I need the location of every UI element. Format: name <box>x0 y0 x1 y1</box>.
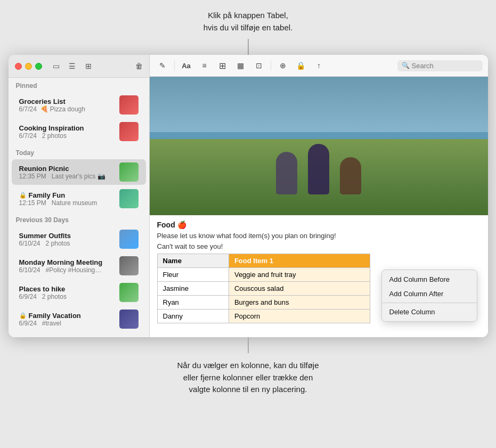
media-button[interactable]: ⊡ <box>251 58 266 73</box>
lock-icon-family-fun: 🔒 <box>19 192 27 199</box>
note-body-line1: Please let us know what food item(s) you… <box>157 231 481 241</box>
table-row: Ryan Burgers and buns <box>157 296 370 309</box>
today-section-label: Today <box>9 145 149 159</box>
sidebar-item-summer[interactable]: Summer Outfits 6/10/24 2 photos <box>12 226 146 252</box>
note-table: Name Food Item 1 Fleur Veggie and fruit … <box>157 254 370 323</box>
context-delete-column[interactable]: Delete Column <box>382 305 477 319</box>
context-menu-separator <box>382 303 477 303</box>
table-row: Fleur Veggie and fruit tray <box>157 268 370 282</box>
pinned-section-label: Pinned <box>9 78 149 92</box>
annotation-top: Klik på knappen Tabel, hvis du vil tilfø… <box>0 0 496 39</box>
context-add-column-after[interactable]: Add Column After <box>382 287 477 301</box>
groceries-thumb <box>119 95 139 115</box>
cooking-thumb <box>119 122 139 141</box>
previous-section-label: Previous 30 Days <box>9 212 149 226</box>
annotation-bottom: Når du vælger en kolonne, kan du tilføje… <box>0 353 496 396</box>
table-button[interactable]: ⊞ <box>215 58 230 73</box>
list-view-icon[interactable]: ☰ <box>67 60 78 72</box>
cooking-title: Cooking Inspiration <box>19 124 116 132</box>
groceries-subtitle: 6/7/24 🍕 Pizza dough <box>19 105 116 113</box>
family-fun-title: 🔒 Family Fun <box>19 191 116 199</box>
hike-thumb <box>119 283 139 302</box>
sidebar-item-meeting[interactable]: Monday Morning Meeting 6/10/24 #Policy #… <box>12 253 146 279</box>
context-add-column-before[interactable]: Add Column Before <box>382 272 477 287</box>
main-content: ✎ Aa ≡ ⊞ ▦ ⊡ ⊕ 🔒 ↑ 🔍 <box>150 55 488 337</box>
summer-subtitle: 6/10/24 2 photos <box>19 240 116 247</box>
meeting-thumb <box>119 256 139 275</box>
person-3 <box>340 157 361 194</box>
sidebar-titlebar: ▭ ☰ ⊞ 🗑 <box>9 55 149 78</box>
separator-1 <box>174 60 175 71</box>
reunion-thumb <box>119 162 139 182</box>
photo-people <box>276 144 361 194</box>
callout-line-top <box>248 39 249 55</box>
meeting-subtitle: 6/10/24 #Policy #Housing… <box>19 266 116 274</box>
note-title: Food 🍎 <box>157 221 481 229</box>
cell-ryan-name[interactable]: Ryan <box>157 296 229 309</box>
table-header-food[interactable]: Food Item 1 <box>229 254 370 268</box>
family-fun-thumb <box>119 189 139 208</box>
share-button[interactable]: ↑ <box>312 58 327 73</box>
cooking-subtitle: 6/7/24 2 photos <box>19 132 116 140</box>
search-input[interactable] <box>412 62 476 70</box>
note-photo <box>150 77 488 215</box>
family-fun-subtitle: 12:15 PM Nature museum <box>19 199 116 207</box>
cell-danny-food[interactable]: Popcorn <box>229 309 370 323</box>
cell-fleur-food[interactable]: Veggie and fruit tray <box>229 268 370 282</box>
groceries-title: Groceries List <box>19 97 116 105</box>
vacation-subtitle: 6/9/24 #travel <box>19 320 116 327</box>
reunion-subtitle: 12:35 PM Last year's pics 📷 <box>19 173 116 180</box>
trash-icon[interactable]: 🗑 <box>135 62 143 70</box>
app-window: ▭ ☰ ⊞ 🗑 Pinned Groceries List 6/7/24 🍕 P… <box>9 55 488 337</box>
hike-subtitle: 6/9/24 2 photos <box>19 293 116 300</box>
cell-danny-name[interactable]: Danny <box>157 309 229 323</box>
format-button[interactable]: Aa <box>179 58 194 73</box>
note-text-area: Food 🍎 Please let us know what food item… <box>150 215 488 254</box>
lock-icon-vacation: 🔒 <box>19 312 27 319</box>
sidebar-item-cooking[interactable]: Cooking Inspiration 6/7/24 2 photos <box>12 119 146 144</box>
note-body: Food 🍎 Please let us know what food item… <box>150 77 488 337</box>
lock-button[interactable]: 🔒 <box>294 58 308 73</box>
minimize-button[interactable] <box>25 63 32 70</box>
close-button[interactable] <box>15 63 22 70</box>
hike-title: Places to hike <box>19 285 116 293</box>
search-box[interactable]: 🔍 <box>397 60 483 71</box>
note-body-line2: Can't wait to see you! <box>157 241 481 252</box>
cell-jasmine-name[interactable]: Jasmine <box>157 282 229 296</box>
sidebar-item-family-fun[interactable]: 🔒 Family Fun 12:15 PM Nature museum <box>12 186 146 211</box>
cell-jasmine-food[interactable]: Couscous salad <box>229 282 370 296</box>
sidebar-item-groceries[interactable]: Groceries List 6/7/24 🍕 Pizza dough <box>12 92 146 118</box>
maximize-button[interactable] <box>35 63 42 70</box>
search-icon: 🔍 <box>402 62 410 69</box>
sidebar-toggle-icon[interactable]: ▭ <box>51 60 62 72</box>
person-1 <box>276 152 297 194</box>
edit-button[interactable]: ✎ <box>155 58 170 73</box>
context-menu: Add Column Before Add Column After Delet… <box>381 270 477 322</box>
cell-ryan-food[interactable]: Burgers and buns <box>229 296 370 309</box>
collab-button[interactable]: ⊕ <box>275 58 290 73</box>
main-toolbar: ✎ Aa ≡ ⊞ ▦ ⊡ ⊕ 🔒 ↑ 🔍 <box>150 55 488 77</box>
table-row: Jasmine Couscous salad <box>157 282 370 296</box>
cell-fleur-name[interactable]: Fleur <box>157 268 229 282</box>
sidebar-item-reunion[interactable]: Reunion Picnic 12:35 PM Last year's pics… <box>12 159 146 185</box>
note-table-container: Name Food Item 1 Fleur Veggie and fruit … <box>150 254 488 329</box>
vacation-thumb <box>119 309 139 329</box>
separator-2 <box>271 60 271 71</box>
sidebar-item-hike[interactable]: Places to hike 6/9/24 2 photos <box>12 280 146 305</box>
meeting-title: Monday Morning Meeting <box>19 258 116 266</box>
summer-thumb <box>119 230 139 249</box>
summer-title: Summer Outfits <box>19 232 116 240</box>
sidebar-item-vacation[interactable]: 🔒 Family Vacation 6/9/24 #travel <box>12 306 146 332</box>
table-row: Danny Popcorn <box>157 309 370 323</box>
audio-button[interactable]: ▦ <box>233 58 248 73</box>
reunion-title: Reunion Picnic <box>19 165 116 173</box>
vacation-title: 🔒 Family Vacation <box>19 312 116 320</box>
sidebar: ▭ ☰ ⊞ 🗑 Pinned Groceries List 6/7/24 🍕 P… <box>9 55 150 337</box>
table-header-name[interactable]: Name <box>157 254 229 268</box>
callout-line-bottom <box>248 337 249 353</box>
list-button[interactable]: ≡ <box>197 58 212 73</box>
person-2 <box>308 144 329 194</box>
grid-view-icon[interactable]: ⊞ <box>83 60 94 72</box>
photo-sky <box>150 77 488 139</box>
